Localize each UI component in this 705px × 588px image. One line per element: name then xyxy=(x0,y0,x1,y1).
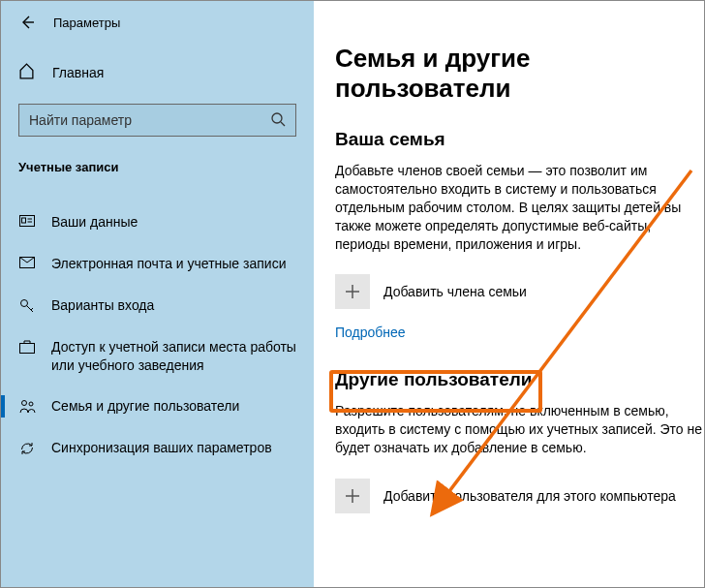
search-box[interactable] xyxy=(18,104,296,137)
category-header: Учетные записи xyxy=(1,137,314,184)
plus-icon xyxy=(335,274,370,309)
sidebar-item-label: Синхронизация ваших параметров xyxy=(51,439,272,457)
sidebar-item-label: Семья и другие пользователи xyxy=(51,397,239,416)
section-title-others: Другие пользователи xyxy=(335,369,705,390)
sidebar-item-email-accounts[interactable]: Электронная почта и учетные записи xyxy=(1,243,314,285)
main-content: Семья и другие пользователи Ваша семья Д… xyxy=(314,1,705,587)
sync-icon xyxy=(18,439,36,456)
home-button[interactable]: Главная xyxy=(1,53,314,92)
add-other-label: Добавить пользователя для этого компьюте… xyxy=(383,488,676,504)
sidebar-item-label: Доступ к учетной записи места работы или… xyxy=(51,338,296,375)
add-family-member-button[interactable]: Добавить члена семьи xyxy=(335,274,705,309)
svg-point-13 xyxy=(29,402,33,406)
sidebar-item-label: Варианты входа xyxy=(51,296,154,315)
sidebar-item-work-school[interactable]: Доступ к учетной записи места работы или… xyxy=(1,326,314,387)
nav-list: Ваши данные Электронная почта и учетные … xyxy=(1,201,314,469)
page-title: Семья и другие пользователи xyxy=(335,44,705,104)
search-input[interactable] xyxy=(29,112,270,128)
svg-rect-4 xyxy=(22,218,26,223)
arrow-left-icon xyxy=(19,15,35,30)
sidebar: Параметры Главная Учетные записи Ваши да… xyxy=(1,1,314,587)
others-description: Разрешите пользователям, не включенным в… xyxy=(335,402,705,457)
window-title: Параметры xyxy=(53,15,120,30)
search-icon xyxy=(270,111,286,130)
sidebar-item-signin-options[interactable]: Варианты входа xyxy=(1,285,314,326)
home-icon xyxy=(18,63,35,82)
sidebar-item-sync[interactable]: Синхронизация ваших параметров xyxy=(1,427,314,469)
back-button[interactable] xyxy=(18,14,36,31)
id-card-icon xyxy=(18,213,36,229)
sidebar-item-label: Электронная почта и учетные записи xyxy=(51,255,286,273)
svg-point-1 xyxy=(272,113,282,123)
sidebar-item-family-other[interactable]: Семья и другие пользователи xyxy=(1,386,314,427)
sidebar-item-label: Ваши данные xyxy=(51,213,138,232)
key-icon xyxy=(18,296,36,314)
svg-rect-11 xyxy=(20,343,35,353)
home-label: Главная xyxy=(52,65,104,80)
titlebar: Параметры xyxy=(1,1,314,44)
svg-line-2 xyxy=(281,122,285,126)
add-family-label: Добавить члена семьи xyxy=(383,284,527,299)
sidebar-item-your-info[interactable]: Ваши данные xyxy=(1,201,314,243)
add-other-user-button[interactable]: Добавить пользователя для этого компьюте… xyxy=(335,479,705,513)
briefcase-icon xyxy=(18,338,36,354)
section-title-family: Ваша семья xyxy=(335,129,705,150)
people-icon xyxy=(18,397,36,414)
learn-more-link[interactable]: Подробнее xyxy=(335,325,705,340)
family-description: Добавьте членов своей семьи — это позвол… xyxy=(335,162,705,253)
svg-point-8 xyxy=(21,299,28,306)
plus-icon xyxy=(335,479,370,513)
mail-icon xyxy=(18,255,36,268)
svg-point-12 xyxy=(21,401,26,406)
svg-line-10 xyxy=(31,308,33,310)
